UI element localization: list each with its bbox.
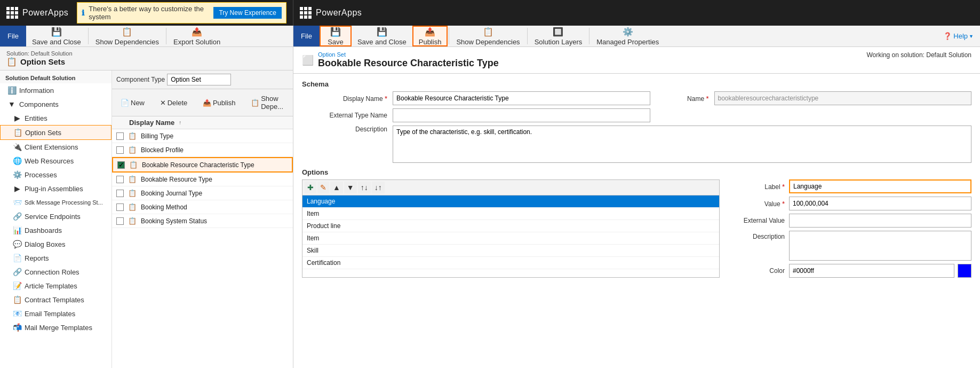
file-btn-right[interactable]: File: [293, 26, 320, 46]
show-deps-right-btn[interactable]: 📋 Show Dependencies: [450, 26, 525, 46]
list-item[interactable]: Skill: [302, 245, 719, 257]
entities-expand-icon: ▶: [13, 114, 21, 122]
row-name-booking-journal: Booking Journal Type: [141, 190, 289, 197]
sidebar-item-service-endpoints[interactable]: 🔗 Service Endpoints: [0, 209, 111, 223]
name-input[interactable]: [714, 91, 972, 105]
ribbon-left: File 💾 Save and Close 📋 Show Dependencie…: [0, 26, 293, 46]
display-name-input[interactable]: [393, 91, 650, 105]
sidebar-item-dialogs[interactable]: 💬 Dialog Boxes: [0, 237, 111, 251]
reports-label: Reports: [25, 254, 49, 262]
table-row[interactable]: 📋 Booking Method: [112, 200, 293, 214]
list-item[interactable]: Certification: [302, 257, 719, 269]
row-checkbox-booking-method[interactable]: [116, 203, 124, 211]
list-item[interactable]: Product line: [302, 220, 719, 232]
sdk-label: Sdk Message Processing St...: [25, 199, 103, 206]
help-btn[interactable]: ❓ Help ▼: [937, 26, 980, 46]
sort-asc-btn[interactable]: ↑↓: [358, 182, 371, 193]
publish-comp-btn[interactable]: 📤 Publish: [198, 97, 240, 109]
sidebar-item-contract-templates[interactable]: 📋 Contract Templates: [0, 293, 111, 307]
save-and-close-right-btn[interactable]: 💾 Save and Close: [352, 26, 412, 46]
waffle-right[interactable]: [300, 7, 312, 19]
opt-description-input[interactable]: [789, 231, 971, 261]
label-input[interactable]: [789, 179, 971, 193]
sidebar-item-option-sets[interactable]: 📋 Option Sets: [0, 125, 111, 140]
sidebar-item-reports[interactable]: 📄 Reports: [0, 251, 111, 265]
sort-icon[interactable]: ↑: [179, 120, 181, 126]
information-icon: ℹ️: [7, 86, 16, 95]
sidebar-item-plugin-assemblies[interactable]: ▶ Plug-in Assemblies: [0, 182, 111, 195]
show-deps-left-btn[interactable]: 📋 Show Dependencies: [90, 26, 165, 46]
solution-layers-btn[interactable]: 🔲 Solution Layers: [529, 26, 588, 46]
option-sets-nav-label: Option Sets: [25, 129, 61, 137]
solution-label: Solution: Default Solution: [6, 50, 286, 57]
table-row[interactable]: 📋 Blocked Profile: [112, 143, 293, 157]
sort-desc-btn[interactable]: ↓↑: [372, 182, 385, 193]
table-row[interactable]: 📋 Booking System Status: [112, 214, 293, 228]
export-solution-btn[interactable]: 📤 Export Solution: [168, 26, 226, 46]
file-btn-left[interactable]: File: [0, 26, 26, 46]
option-set-header-icon: ⬜: [302, 54, 314, 66]
save-btn[interactable]: 💾 Save: [320, 26, 352, 46]
managed-props-btn[interactable]: ⚙️ Managed Properties: [591, 26, 665, 46]
email-icon: 📧: [13, 309, 21, 318]
sidebar-item-mail-merge[interactable]: 📬 Mail Merge Templates: [0, 320, 111, 334]
sidebar-item-sdk[interactable]: 📨 Sdk Message Processing St...: [0, 195, 111, 209]
client-ext-label: Client Extensions: [25, 143, 78, 151]
ext-type-label: External Type Name: [302, 112, 387, 119]
sidebar-item-client-extensions[interactable]: 🔌 Client Extensions: [0, 140, 111, 154]
sidebar-item-processes[interactable]: ⚙️ Processes: [0, 168, 111, 182]
sidebar-item-web-resources[interactable]: 🌐 Web Resources: [0, 154, 111, 168]
row-checkbox-bookable[interactable]: ✓: [117, 161, 125, 169]
add-option-btn[interactable]: ✚: [305, 182, 316, 193]
comp-type-label: Component Type: [116, 76, 165, 83]
row-checkbox-booking-system[interactable]: [116, 217, 124, 225]
component-toolbar: Component Type Option Set: [112, 71, 293, 89]
ext-value-input[interactable]: [789, 214, 971, 228]
opt-label-label: Label *: [726, 183, 785, 191]
move-down-btn[interactable]: ▼: [344, 182, 357, 193]
web-res-icon: 🌐: [13, 156, 21, 165]
value-input[interactable]: [789, 197, 971, 210]
edit-option-btn[interactable]: ✎: [317, 182, 329, 193]
list-item[interactable]: Language: [302, 195, 719, 208]
processes-icon: ⚙️: [13, 170, 21, 179]
sidebar-item-article-templates[interactable]: 📝 Article Templates: [0, 279, 111, 293]
row-checkbox-billing[interactable]: [116, 132, 124, 140]
description-input[interactable]: Type of the characteristic, e.g. skill, …: [393, 126, 971, 163]
row-checkbox-blocked[interactable]: [116, 146, 124, 154]
delete-comp-btn[interactable]: ✕ Delete: [156, 97, 192, 109]
save-and-close-left-btn[interactable]: 💾 Save and Close: [26, 26, 87, 46]
publish-btn[interactable]: 📤 Publish: [412, 26, 448, 46]
select-all-checkbox[interactable]: [116, 119, 125, 127]
save-close-right-icon: 💾: [377, 27, 387, 37]
sidebar-item-dashboards[interactable]: 📊 Dashboards: [0, 223, 111, 237]
list-item[interactable]: Item: [302, 208, 719, 220]
sidebar-item-entities[interactable]: ▶ Entities: [0, 111, 111, 125]
row-checkbox-bookable-type[interactable]: [116, 176, 124, 183]
waffle-left[interactable]: [6, 7, 18, 19]
move-up-btn[interactable]: ▲: [330, 182, 343, 193]
list-item[interactable]: Item: [302, 232, 719, 245]
table-row[interactable]: 📋 Billing Type: [112, 129, 293, 143]
show-dep-comp-btn[interactable]: 📋 Show Depe...: [246, 92, 289, 113]
new-comp-btn[interactable]: 📄 New: [116, 97, 149, 109]
component-type-input[interactable]: Option Set: [167, 74, 231, 85]
publish-label: Publish: [419, 38, 442, 46]
try-new-experience-button[interactable]: Try New Experience: [213, 7, 282, 19]
sidebar-item-email-templates[interactable]: 📧 Email Templates: [0, 307, 111, 320]
help-chevron: ▼: [969, 34, 974, 39]
color-input[interactable]: [789, 264, 954, 278]
publish-comp-label: Publish: [213, 99, 236, 107]
table-row[interactable]: 📋 Booking Journal Type: [112, 186, 293, 200]
color-row: [789, 264, 971, 278]
table-row[interactable]: 📋 Bookable Resource Type: [112, 173, 293, 186]
new-comp-label: New: [131, 99, 145, 107]
sidebar-item-components[interactable]: ▼ Components: [0, 97, 111, 111]
row-checkbox-booking-journal[interactable]: [116, 190, 124, 197]
ext-type-input[interactable]: [393, 108, 650, 122]
color-swatch[interactable]: [958, 264, 971, 278]
sidebar-item-information[interactable]: ℹ️ Information: [0, 83, 111, 97]
table-row[interactable]: ✓ 📋 Bookable Resource Characteristic Typ…: [112, 157, 293, 173]
row-icon-blocked: 📋: [128, 146, 137, 154]
sidebar-item-connection-roles[interactable]: 🔗 Connection Roles: [0, 265, 111, 279]
